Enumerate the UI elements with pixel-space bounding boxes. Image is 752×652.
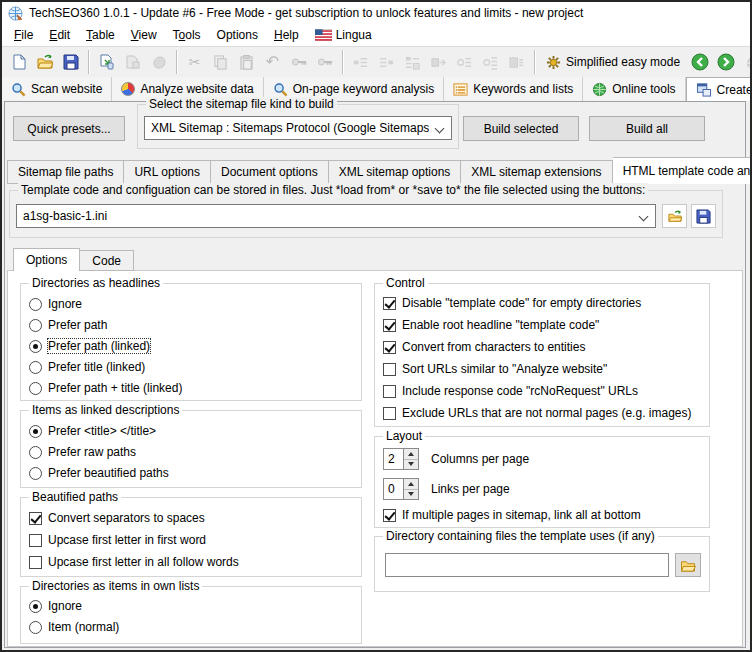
back-arrow-icon: [691, 53, 709, 71]
layout-group: Layout 2 Columns per page 0: [374, 436, 710, 528]
refresh-icon: [744, 54, 750, 70]
quick-presets-button[interactable]: Quick presets...: [13, 116, 125, 141]
checkbox-row[interactable]: If multiple pages in sitemap, link all a…: [383, 505, 705, 525]
checkbox-row[interactable]: Sort URLs similar to "Analyze website": [383, 359, 705, 379]
package-button[interactable]: [146, 50, 171, 75]
checkbox-row[interactable]: Upcase first letter in first word: [29, 530, 357, 550]
radio-icon: [29, 382, 42, 395]
paste-button[interactable]: [234, 50, 259, 75]
radio-row[interactable]: Prefer raw paths: [29, 442, 357, 462]
radio-row[interactable]: Prefer <title> </title>: [29, 421, 357, 441]
radio-row[interactable]: Prefer path: [29, 315, 357, 335]
spin-up-button[interactable]: [404, 449, 418, 459]
tree-node-icon: [483, 55, 498, 70]
sitemap-icon: [696, 82, 712, 97]
tab-create-sitemap[interactable]: Create sitemap: [686, 77, 750, 101]
undo-button[interactable]: ↶: [260, 50, 285, 75]
open-folder-icon: [37, 54, 53, 70]
chevron-down-icon: [639, 212, 649, 222]
tab-code[interactable]: Code: [80, 250, 134, 271]
browse-template-dir-button[interactable]: [675, 553, 701, 577]
export-data-icon: [99, 54, 115, 70]
spin-down-button[interactable]: [404, 489, 418, 500]
checkbox-row[interactable]: Include response code "rcNoRequest" URLs: [383, 381, 705, 401]
radio-row[interactable]: Ignore: [29, 596, 357, 616]
checkbox-row[interactable]: Convert from characters to entities: [383, 337, 705, 357]
outline-tool-button[interactable]: [348, 50, 373, 75]
easy-mode-button[interactable]: Simplified easy mode: [540, 50, 686, 75]
tab-xml-sitemap-options[interactable]: XML sitemap options: [329, 160, 462, 184]
build-all-button[interactable]: Build all: [589, 116, 705, 141]
spin-down-button[interactable]: [404, 459, 418, 470]
radio-row[interactable]: Ignore: [29, 294, 357, 314]
forward-arrow-icon: [717, 53, 735, 71]
load-template-button[interactable]: [662, 204, 687, 228]
sitemap-kind-select[interactable]: XML Sitemap : Sitemaps Protocol (Google …: [144, 116, 452, 140]
replace-button[interactable]: [312, 50, 337, 75]
tab-html-template-code[interactable]: HTML template code and options: [613, 157, 752, 184]
radio-row[interactable]: Prefer title (linked): [29, 357, 357, 377]
refresh-button[interactable]: [739, 50, 750, 75]
tab-options[interactable]: Options: [13, 248, 80, 271]
tab-document-options[interactable]: Document options: [211, 160, 329, 184]
spin-up-button[interactable]: [404, 479, 418, 489]
links-per-page-stepper[interactable]: 0: [383, 478, 419, 500]
find-button[interactable]: [286, 50, 311, 75]
cut-button[interactable]: ✂: [182, 50, 207, 75]
menu-table[interactable]: Table: [78, 25, 123, 45]
main-tab-bar: Scan website Analyze website data On-pag…: [2, 77, 750, 101]
copy-icon: [213, 55, 228, 70]
tree-node-icon: [457, 55, 472, 70]
menu-tools[interactable]: Tools: [165, 25, 209, 45]
outline-tool-button[interactable]: [452, 50, 477, 75]
forward-button[interactable]: [713, 50, 738, 75]
tab-scan-website[interactable]: Scan website: [2, 77, 112, 101]
outline-tool-button[interactable]: [504, 50, 529, 75]
outline-tool-button[interactable]: [374, 50, 399, 75]
outline-tool-button[interactable]: [478, 50, 503, 75]
scissors-icon: ✂: [189, 55, 201, 69]
menu-options[interactable]: Options: [209, 25, 266, 45]
template-file-select[interactable]: a1sg-basic-1.ini: [16, 204, 656, 228]
radio-row[interactable]: Item (normal): [29, 617, 357, 637]
save-project-button[interactable]: [58, 50, 83, 75]
key-icon: [317, 57, 333, 67]
checkbox-icon: [29, 556, 42, 569]
outline-tool-button[interactable]: [400, 50, 425, 75]
checkbox-row[interactable]: Enable root headline "template code": [383, 315, 705, 335]
import-data-button[interactable]: [120, 50, 145, 75]
columns-per-page-stepper[interactable]: 2: [383, 448, 419, 470]
tab-xml-sitemap-extensions[interactable]: XML sitemap extensions: [461, 160, 612, 184]
radio-row[interactable]: Prefer path (linked): [29, 336, 357, 356]
radio-icon: [29, 600, 42, 613]
tab-online-tools[interactable]: Online tools: [583, 77, 685, 101]
menu-edit[interactable]: Edit: [41, 25, 78, 45]
tab-url-options[interactable]: URL options: [124, 160, 211, 184]
radio-row[interactable]: Prefer beautified paths: [29, 463, 357, 483]
checkbox-icon: [29, 512, 42, 525]
export-data-button[interactable]: [94, 50, 119, 75]
toolbar-separator: [342, 50, 343, 74]
copy-button[interactable]: [208, 50, 233, 75]
menu-help[interactable]: Help: [266, 25, 307, 45]
tab-keywords-and-lists[interactable]: Keywords and lists: [444, 77, 583, 101]
open-project-button[interactable]: [32, 50, 57, 75]
menu-lingua[interactable]: Lingua: [307, 25, 380, 45]
checkbox-row[interactable]: Upcase first letter in all follow words: [29, 552, 357, 572]
outline-tool-button[interactable]: [426, 50, 451, 75]
menu-view[interactable]: View: [123, 25, 165, 45]
menu-file[interactable]: File: [6, 25, 41, 45]
save-disk-icon: [63, 54, 79, 70]
tree-node-icon: [509, 55, 524, 70]
checkbox-row[interactable]: Convert separators to spaces: [29, 508, 357, 528]
new-project-button[interactable]: [6, 50, 31, 75]
radio-row[interactable]: Prefer path + title (linked): [29, 378, 357, 398]
template-dir-input[interactable]: [385, 553, 669, 577]
checkbox-row[interactable]: Disable "template code" for empty direct…: [383, 293, 705, 313]
tab-sitemap-file-paths[interactable]: Sitemap file paths: [7, 160, 124, 184]
checkbox-row[interactable]: Exclude URLs that are not normal pages (…: [383, 403, 705, 423]
save-template-button[interactable]: [691, 204, 716, 228]
build-selected-button[interactable]: Build selected: [463, 116, 579, 141]
back-button[interactable]: [687, 50, 712, 75]
columns-per-page-row: 2 Columns per page: [383, 447, 705, 471]
